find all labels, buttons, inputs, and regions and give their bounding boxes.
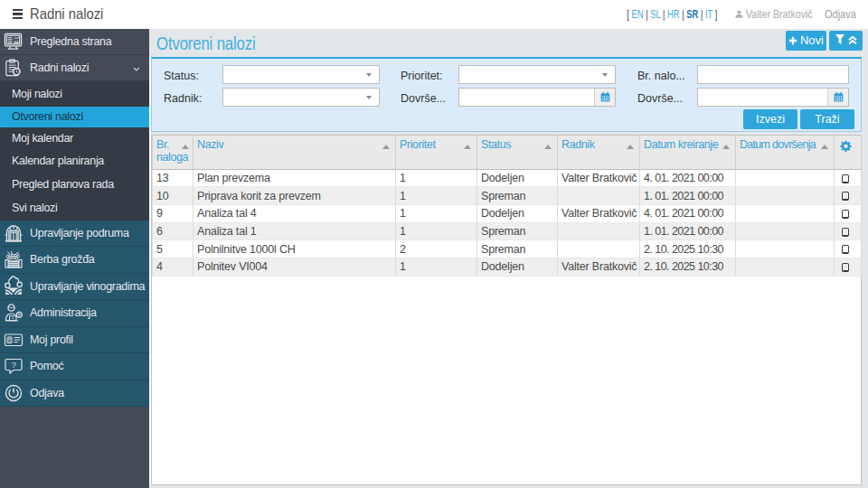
svg-text:?: ? <box>12 361 16 370</box>
